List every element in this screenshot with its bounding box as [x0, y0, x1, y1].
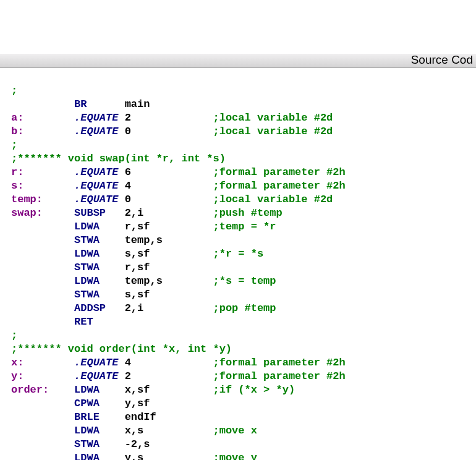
code-line: LDWA y,s ;move y — [0, 451, 476, 460]
code-line: LDWA x,s ;move x — [0, 424, 476, 438]
comment: ; — [11, 139, 17, 151]
mnemonic: LDWA — [74, 452, 125, 460]
comment: ;local variable #2d — [213, 112, 333, 124]
operand: s,sf — [125, 248, 213, 260]
label — [11, 262, 74, 273]
comment: ;formal parameter #2h — [213, 166, 345, 178]
comment: ;pop #temp — [213, 302, 276, 314]
mnemonic: STWA — [74, 234, 125, 246]
operand: x,sf — [125, 384, 213, 396]
comment: ;if (*x > *y) — [213, 384, 295, 396]
operand — [125, 316, 213, 328]
code-line: STWA s,sf — [0, 288, 476, 302]
operand: 6 — [125, 166, 213, 178]
mnemonic: BR — [74, 98, 125, 110]
code-line: a: .EQUATE 2 ;local variable #2d — [0, 111, 476, 125]
window-header: Source Cod — [0, 54, 476, 68]
mnemonic: SUBSP — [74, 207, 125, 219]
operand: endIf — [125, 411, 213, 423]
code-line: ; — [0, 84, 476, 98]
code-line: BRLE endIf — [0, 411, 476, 424]
operand: 2 — [125, 370, 213, 382]
source-code: ; BR main a: .EQUATE 2 ;local variable #… — [0, 82, 476, 460]
mnemonic: STWA — [74, 289, 125, 300]
comment: ;*r = *s — [213, 248, 263, 260]
label — [11, 438, 74, 450]
comment: ;******* void order(int *x, int *y) — [11, 343, 232, 355]
mnemonic: LDWA — [74, 384, 125, 396]
label: order: — [11, 384, 74, 396]
code-line: s: .EQUATE 4 ;formal parameter #2h — [0, 179, 476, 193]
pseudo-op: .EQUATE — [74, 112, 125, 124]
pseudo-op: .EQUATE — [74, 194, 125, 205]
operand: r,sf — [125, 221, 213, 232]
pseudo-op: .EQUATE — [74, 370, 125, 382]
operand: r,sf — [125, 262, 213, 273]
label: x: — [11, 357, 74, 368]
label: y: — [11, 370, 74, 382]
code-line: ; — [0, 329, 476, 343]
label — [11, 425, 74, 437]
operand: 2 — [125, 112, 213, 124]
mnemonic: ADDSP — [74, 302, 125, 314]
mnemonic: RET — [74, 316, 125, 328]
comment: ; — [11, 85, 17, 96]
code-line: STWA temp,s — [0, 234, 476, 247]
pseudo-op: .EQUATE — [74, 357, 125, 368]
code-line: RET — [0, 315, 476, 329]
code-line: LDWA temp,s ;*s = temp — [0, 275, 476, 288]
operand: 2,i — [125, 207, 213, 219]
label: r: — [11, 166, 74, 178]
code-line: CPWA y,sf — [0, 397, 476, 411]
code-line: STWA r,sf — [0, 261, 476, 275]
operand: -2,s — [125, 438, 213, 450]
label — [11, 411, 74, 423]
label — [11, 316, 74, 328]
code-line: temp: .EQUATE 0 ;local variable #2d — [0, 193, 476, 207]
label — [11, 398, 74, 409]
operand: temp,s — [125, 275, 213, 287]
pseudo-op: .EQUATE — [74, 166, 125, 178]
comment: ;local variable #2d — [213, 126, 333, 137]
mnemonic: STWA — [74, 438, 125, 450]
code-line: ;******* void order(int *x, int *y) — [0, 343, 476, 356]
code-line: STWA -2,s — [0, 438, 476, 451]
mnemonic: BRLE — [74, 411, 125, 423]
label: temp: — [11, 194, 74, 205]
comment: ;local variable #2d — [213, 194, 333, 205]
comment: ;*s = temp — [213, 275, 276, 287]
label: swap: — [11, 207, 74, 219]
operand: 4 — [125, 180, 213, 192]
label: a: — [11, 112, 74, 124]
pseudo-op: .EQUATE — [74, 126, 125, 137]
comment: ;push #temp — [213, 207, 282, 219]
label — [11, 302, 74, 314]
label — [11, 275, 74, 287]
label — [11, 452, 74, 460]
operand: 2,i — [125, 302, 213, 314]
code-line: ADDSP 2,i ;pop #temp — [0, 302, 476, 315]
mnemonic: CPWA — [74, 398, 125, 409]
comment: ;formal parameter #2h — [213, 370, 345, 382]
operand: temp,s — [125, 234, 213, 246]
operand: main — [125, 98, 213, 110]
label — [11, 98, 74, 110]
code-line: ;******* void swap(int *r, int *s) — [0, 152, 476, 166]
code-line: r: .EQUATE 6 ;formal parameter #2h — [0, 166, 476, 179]
mnemonic: LDWA — [74, 221, 125, 232]
operand: x,s — [125, 425, 213, 437]
mnemonic: LDWA — [74, 275, 125, 287]
operand: y,s — [125, 452, 213, 460]
mnemonic: LDWA — [74, 425, 125, 437]
code-line: y: .EQUATE 2 ;formal parameter #2h — [0, 370, 476, 383]
operand: s,sf — [125, 289, 213, 300]
label — [11, 234, 74, 246]
comment: ;move x — [213, 425, 257, 437]
code-line: LDWA s,sf ;*r = *s — [0, 247, 476, 261]
code-line: b: .EQUATE 0 ;local variable #2d — [0, 125, 476, 138]
code-line: x: .EQUATE 4 ;formal parameter #2h — [0, 356, 476, 370]
operand: 0 — [125, 126, 213, 137]
mnemonic: LDWA — [74, 248, 125, 260]
label — [11, 221, 74, 232]
code-line: ; — [0, 138, 476, 152]
